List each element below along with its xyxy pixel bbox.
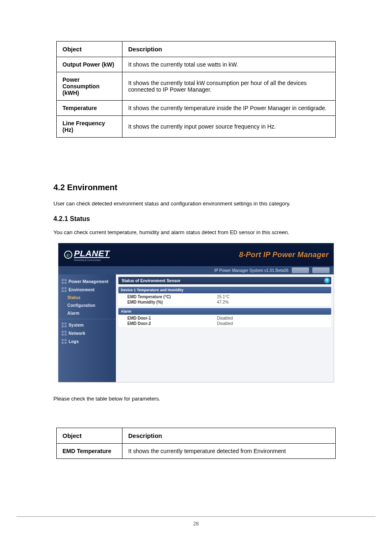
param-table-1: Object Description Output Power (kW) It … (56, 41, 336, 138)
section-intro: User can check detected environment stat… (53, 200, 339, 208)
row-value: 25.1°C (217, 295, 331, 299)
grid-icon (62, 279, 67, 284)
app-header: ◐ PLANET Networking & Communication 8-Po… (58, 243, 334, 266)
table-row: Output Power (kW) It shows the currently… (57, 57, 336, 72)
panel-header: Alarm (118, 308, 331, 315)
sidebar-item-configuration[interactable]: Configuration (58, 302, 116, 309)
help-button[interactable]: ? (324, 278, 330, 283)
brand-logo: ◐ PLANET Networking & Communication (64, 249, 110, 261)
grid-icon (62, 322, 67, 327)
data-row: EMD Temperature (°C) 25.1°C (118, 294, 331, 299)
content-area: Status of Environment Sensor ? Device 1 … (116, 274, 334, 382)
grid-icon (62, 331, 67, 336)
sidebar-item-label: Network (69, 331, 85, 336)
content-title-bar: Status of Environment Sensor ? (118, 277, 331, 284)
row-key: EMD Door-2 (118, 321, 217, 326)
table-header-row: Object Description (57, 41, 336, 57)
param-label: Power Consumption (kWH) (57, 72, 122, 101)
sidebar-item-status[interactable]: Status (58, 294, 116, 302)
sidebar-item-network[interactable]: Network (58, 329, 116, 337)
sidebar-item-label: Configuration (67, 303, 95, 308)
panel-alarm: Alarm EMD Door-1 Disabled EMD Door-2 Dis… (118, 308, 331, 327)
table-header-row: Object Description (57, 428, 336, 443)
sidebar-item-environment[interactable]: Environment (58, 286, 116, 294)
grid-icon (62, 339, 67, 344)
sidebar-item-label: Status (67, 295, 81, 300)
param-label: EMD Temperature (57, 443, 122, 458)
page-number: 28 (0, 521, 392, 527)
content-title: Status of Environment Sensor (122, 279, 180, 283)
row-key: EMD Door-1 (118, 316, 217, 320)
param-desc: It shows the currently total kW consumpt… (122, 72, 336, 101)
sidebar-item-label: Environment (69, 288, 95, 292)
row-value: Disabled (217, 321, 331, 326)
col-object: Object (57, 428, 122, 443)
param-desc: It shows the currently temperature detec… (122, 443, 336, 458)
ui-screenshot: ◐ PLANET Networking & Communication 8-Po… (58, 243, 334, 382)
data-row: EMD Door-1 Disabled (118, 315, 331, 321)
app-title: 8-Port IP Power Manager (239, 251, 329, 259)
col-description: Description (122, 428, 336, 443)
brand-subtitle: Networking & Communication (74, 259, 110, 261)
table-row: Temperature It shows the currently tempe… (57, 101, 336, 116)
subsection-intro: You can check current temperature, humid… (53, 228, 339, 237)
sidebar-item-logs[interactable]: Logs (58, 337, 116, 345)
row-value: Disabled (217, 316, 331, 320)
table-row: Power Consumption (kWH) It shows the cur… (57, 72, 336, 101)
system-version-text: IP Power Manager System v1.01.Beta06 (214, 268, 288, 273)
globe-icon: ◐ (64, 251, 72, 259)
col-object: Object (57, 41, 122, 57)
param-desc: It shows the currently temperature insid… (122, 101, 336, 116)
param-desc: It shows the currently total use watts i… (122, 57, 336, 72)
sidebar-item-alarm[interactable]: Alarm (58, 309, 116, 317)
sidebar-item-label: Power Management (69, 279, 108, 284)
top-status-bar: IP Power Manager System v1.01.Beta06 (58, 266, 334, 274)
panel-body: EMD Temperature (°C) 25.1°C EMD Humidity… (118, 293, 331, 306)
row-key: EMD Temperature (°C) (118, 295, 217, 299)
data-row: EMD Door-2 Disabled (118, 321, 331, 326)
second-params-intro: Please check the table below for paramet… (53, 395, 339, 403)
table-row: Line Frequency (Hz) It shows the current… (57, 116, 336, 138)
row-key: EMD Humidity (%) (118, 300, 217, 304)
param-label: Output Power (kW) (57, 57, 122, 72)
sidebar-item-system[interactable]: System (58, 321, 116, 329)
panel-header: Device 1 Temperature and Humidity (118, 287, 331, 293)
section-heading: 4.2 Environment (53, 183, 367, 192)
param-desc: It shows the currently input power sourc… (122, 116, 336, 138)
footer-rule (16, 516, 376, 517)
sidebar-item-label: Alarm (67, 311, 79, 315)
sidebar-item-label: Logs (69, 339, 79, 344)
table-row: EMD Temperature It shows the currently t… (57, 443, 336, 458)
sidebar-nav: Power Management Environment Status Conf… (58, 274, 116, 382)
col-description: Description (122, 41, 336, 57)
param-label: Temperature (57, 101, 122, 116)
subsection-heading: 4.2.1 Status (53, 215, 367, 223)
sidebar-item-power-management[interactable]: Power Management (58, 277, 116, 286)
param-label: Line Frequency (Hz) (57, 116, 122, 138)
sidebar-divider (58, 319, 116, 319)
panel-body: EMD Door-1 Disabled EMD Door-2 Disabled (118, 315, 331, 327)
param-table-2: Object Description EMD Temperature It sh… (56, 428, 336, 459)
sidebar-item-label: System (69, 323, 84, 327)
topbar-tab-1[interactable] (292, 267, 309, 273)
brand-name: PLANET (74, 249, 110, 258)
row-value: 47.2% (217, 300, 331, 304)
grid-icon (62, 287, 67, 292)
panel-temperature-humidity: Device 1 Temperature and Humidity EMD Te… (118, 287, 331, 306)
topbar-tab-2[interactable] (312, 267, 330, 273)
data-row: EMD Humidity (%) 47.2% (118, 299, 331, 305)
